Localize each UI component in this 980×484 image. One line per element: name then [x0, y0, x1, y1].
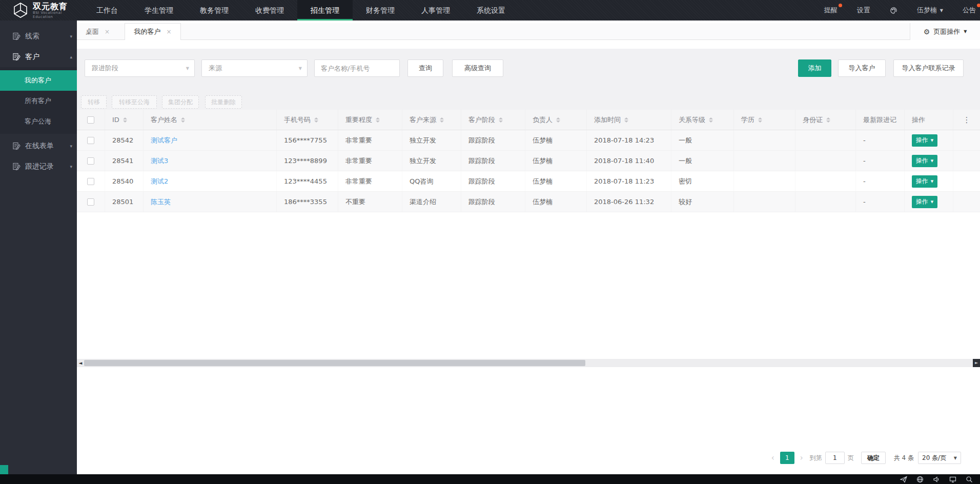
sidebar-item-customer-pool[interactable]: 客户公海	[0, 111, 77, 132]
globe-icon[interactable]	[916, 476, 924, 483]
sort-icon[interactable]	[440, 117, 444, 123]
chevron-up-icon: ▴	[70, 54, 72, 59]
scrollbar-thumb[interactable]	[84, 360, 585, 366]
close-icon[interactable]: ×	[105, 28, 110, 35]
filter-row: 跟进阶段 ▼ 来源 ▼ 查询 高级查询	[85, 59, 503, 77]
followup-stage-select[interactable]: 跟进阶段 ▼	[85, 59, 195, 77]
column-header-name[interactable]: 客户姓名	[144, 110, 277, 130]
page-size-select[interactable]: 20 条/页 ▼	[918, 452, 961, 464]
import-contact-records-button[interactable]: 导入客户联系记录	[893, 59, 964, 77]
column-header-id-card[interactable]: 身份证	[795, 110, 856, 130]
sidebar-item-customers[interactable]: 客户 ▴	[0, 47, 77, 67]
close-icon[interactable]: ×	[166, 28, 171, 35]
column-header-stage[interactable]: 客户阶段	[461, 110, 525, 130]
nav-finance-mgmt[interactable]: 财务管理	[353, 0, 408, 21]
scroll-left-arrow-icon[interactable]: ◄	[77, 359, 84, 367]
sidebar-item-my-customers[interactable]: 我的客户	[0, 70, 77, 91]
sort-icon[interactable]	[709, 117, 713, 123]
confirm-button[interactable]: 确定	[861, 452, 886, 464]
horizontal-scrollbar[interactable]: ◄ ►	[77, 359, 980, 367]
volume-icon[interactable]	[933, 476, 940, 483]
row-checkbox[interactable]	[87, 157, 94, 165]
row-checkbox[interactable]	[87, 137, 94, 144]
tab-my-customers[interactable]: 我的客户 ×	[125, 23, 181, 40]
transfer-to-pool-button[interactable]: 转移至公海	[112, 95, 157, 109]
customer-name-link[interactable]: 陈玉英	[151, 197, 171, 207]
sort-icon[interactable]	[826, 117, 830, 123]
row-checkbox[interactable]	[87, 198, 94, 206]
nav-enrollment-mgmt[interactable]: 招生管理	[297, 0, 353, 21]
announcement-menu[interactable]: 公告	[963, 6, 976, 15]
sidebar-item-clues[interactable]: 线索 ▾	[0, 26, 77, 47]
row-action-button[interactable]: 操作▼	[912, 196, 937, 208]
customer-name-link[interactable]: 测试3	[151, 156, 168, 166]
advanced-query-button[interactable]: 高级查询	[452, 59, 503, 77]
column-header-latest-record[interactable]: 最新跟进记	[856, 110, 905, 130]
page-actions-button[interactable]: ⚙ 页面操作 ▼	[910, 23, 980, 40]
column-header-education[interactable]: 学历	[734, 110, 795, 130]
paper-plane-icon[interactable]	[900, 476, 907, 483]
user-menu[interactable]: 伍梦楠 ▼	[917, 6, 943, 15]
column-header-relation[interactable]: 关系等级	[671, 110, 734, 130]
column-header-importance[interactable]: 重要程度	[338, 110, 402, 130]
select-placeholder: 跟进阶段	[92, 64, 182, 73]
sidebar-item-all-customers[interactable]: 所有客户	[0, 91, 77, 111]
brand-logo-area[interactable]: 双元教育 BSI Vocational Education	[0, 0, 82, 21]
add-button[interactable]: 添加	[798, 59, 831, 77]
display-icon[interactable]	[949, 476, 956, 483]
column-header-phone[interactable]: 手机号码	[277, 110, 338, 130]
nav-hr-mgmt[interactable]: 人事管理	[408, 0, 463, 21]
column-header-added-time[interactable]: 添加时间	[587, 110, 671, 130]
actions-cell: 操作▼	[905, 151, 953, 171]
announcement-badge-dot	[977, 4, 980, 7]
sort-icon[interactable]	[556, 117, 560, 123]
sidebar-item-followup-records[interactable]: 跟进记录 ▾	[0, 156, 77, 177]
notice-menu[interactable]: 提醒	[824, 6, 838, 15]
import-customers-button[interactable]: 导入客户	[838, 59, 886, 77]
nav-academic-mgmt[interactable]: 教务管理	[187, 0, 242, 21]
column-header-id[interactable]: ID	[105, 110, 144, 130]
customer-name-link[interactable]: 测试客户	[151, 136, 177, 145]
stage-cell: 跟踪阶段	[461, 192, 525, 212]
tab-desktop[interactable]: 桌面 ×	[86, 23, 110, 40]
theme-palette-button[interactable]	[890, 7, 897, 14]
column-header-source[interactable]: 客户来源	[402, 110, 461, 130]
nav-system-settings[interactable]: 系统设置	[463, 0, 519, 21]
sidebar-item-online-forms[interactable]: 在线表单 ▾	[0, 136, 77, 156]
ellipsis-vertical-icon[interactable]: ⋮	[963, 115, 971, 125]
source-cell: QQ咨询	[402, 171, 461, 191]
source-select[interactable]: 来源 ▼	[201, 59, 308, 77]
nav-student-mgmt[interactable]: 学生管理	[131, 0, 187, 21]
sort-icon[interactable]	[758, 117, 762, 123]
row-action-button[interactable]: 操作▼	[912, 155, 937, 167]
next-page-button[interactable]: ›	[797, 453, 807, 462]
sort-icon[interactable]	[314, 117, 318, 123]
query-button[interactable]: 查询	[407, 59, 443, 77]
sort-icon[interactable]	[499, 117, 503, 123]
sort-icon[interactable]	[376, 117, 380, 123]
nav-workbench[interactable]: 工作台	[83, 0, 131, 21]
customer-name-link[interactable]: 测试2	[151, 177, 168, 186]
column-header-owner[interactable]: 负责人	[525, 110, 587, 130]
select-all-checkbox[interactable]	[87, 116, 94, 124]
keyword-input[interactable]	[314, 59, 400, 77]
batch-delete-button[interactable]: 批量删除	[205, 95, 242, 109]
page-number-button[interactable]: 1	[780, 452, 794, 464]
scroll-right-arrow-icon[interactable]: ►	[973, 359, 980, 367]
sort-icon[interactable]	[624, 117, 628, 123]
main-nav: 工作台 学生管理 教务管理 收费管理 招生管理 财务管理 人事管理 系统设置	[83, 0, 519, 21]
transfer-button[interactable]: 转移	[81, 95, 107, 109]
row-action-button[interactable]: 操作▼	[912, 134, 937, 147]
sort-icon[interactable]	[181, 117, 185, 123]
search-icon[interactable]	[966, 476, 973, 483]
sidebar-corner-chip[interactable]	[0, 465, 8, 474]
sort-icon[interactable]	[123, 117, 127, 123]
column-label: 负责人	[533, 115, 553, 125]
prev-page-button[interactable]: ‹	[768, 453, 778, 462]
row-action-button[interactable]: 操作▼	[912, 175, 937, 188]
goto-page-input[interactable]	[825, 452, 845, 464]
nav-fee-mgmt[interactable]: 收费管理	[242, 0, 297, 21]
settings-menu[interactable]: 设置	[857, 6, 870, 15]
group-assign-button[interactable]: 集团分配	[162, 95, 199, 109]
row-checkbox[interactable]	[87, 178, 94, 185]
